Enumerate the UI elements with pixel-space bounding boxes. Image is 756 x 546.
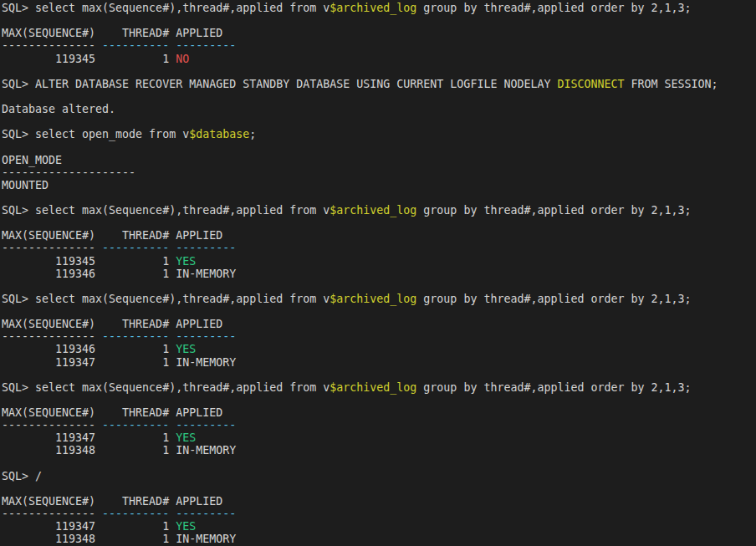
terminal-text: MAX(SEQUENCE#) THREAD# APPLIED (2, 406, 222, 419)
blank-line (2, 90, 756, 103)
blank-line (2, 280, 756, 293)
terminal-text: group by thread#,applied order by 2,1,3; (416, 204, 691, 217)
terminal-text: MAX(SEQUENCE#) THREAD# APPLIED (2, 318, 222, 330)
sql-command-line: SQL> select open_mode from v$database; (2, 128, 756, 140)
result-row: 119348 1 IN-MEMORY (2, 444, 756, 457)
terminal-text (95, 419, 102, 431)
status-line: Database altered. (2, 103, 756, 115)
result-row: 119348 1 IN-MEMORY (2, 533, 756, 545)
column-separator: -------------- ---------- --------- (2, 39, 756, 52)
blank-line (2, 217, 756, 229)
query-output-header: OPEN_MODE (2, 154, 756, 166)
applied-status: YES (176, 255, 196, 268)
terminal-text: ---------- (102, 419, 169, 431)
terminal-text (95, 242, 102, 254)
blank-line (2, 140, 756, 153)
blank-line (2, 457, 756, 470)
terminal-text: --------- (176, 419, 236, 431)
result-row: 119346 1 IN-MEMORY (2, 268, 756, 280)
applied-status: YES (176, 431, 196, 444)
highlighted-view-name: $archived_log (329, 204, 416, 217)
terminal-text: --------- (176, 508, 236, 520)
terminal-text: --------- (176, 330, 236, 343)
terminal-text: -------------- (2, 330, 95, 343)
result-row: 119345 1 NO (2, 53, 756, 65)
terminal-text: OPEN_MODE (2, 154, 62, 166)
terminal-text: SQL> select max(Sequence#),thread#,appli… (2, 381, 329, 394)
terminal-text: SQL> select max(Sequence#),thread#,appli… (2, 2, 329, 14)
column-separator: -------------- ---------- --------- (2, 419, 756, 431)
result-row: MOUNTED (2, 179, 756, 191)
terminal-text: 119347 1 IN-MEMORY (2, 356, 236, 369)
highlighted-view-name: $database (189, 128, 249, 140)
terminal-text: group by thread#,applied order by 2,1,3; (416, 2, 691, 14)
sql-command-line: SQL> select max(Sequence#),thread#,appli… (2, 204, 756, 217)
query-output-header: MAX(SEQUENCE#) THREAD# APPLIED (2, 27, 756, 39)
terminal-text (95, 39, 102, 52)
result-row: 119346 1 YES (2, 343, 756, 355)
terminal-text: MAX(SEQUENCE#) THREAD# APPLIED (2, 495, 222, 508)
column-separator: -------------- ---------- --------- (2, 508, 756, 520)
terminal-text: 119348 1 IN-MEMORY (2, 533, 236, 545)
terminal-text (169, 39, 176, 52)
column-separator: -------------- ---------- --------- (2, 330, 756, 343)
terminal-text: group by thread#,applied order by 2,1,3; (416, 293, 691, 305)
result-row: 119347 1 YES (2, 431, 756, 444)
terminal-text: MAX(SEQUENCE#) THREAD# APPLIED (2, 229, 222, 242)
query-output-header: MAX(SEQUENCE#) THREAD# APPLIED (2, 318, 756, 330)
terminal-text: SQL> select open_mode from v (2, 128, 189, 140)
terminal-text (169, 242, 176, 254)
terminal-text: -------------- (2, 419, 95, 431)
highlighted-view-name: $archived_log (329, 2, 416, 14)
terminal-text: 119346 1 IN-MEMORY (2, 268, 236, 280)
blank-line (2, 191, 756, 204)
blank-line (2, 369, 756, 381)
blank-line (2, 305, 756, 318)
terminal-text (169, 419, 176, 431)
highlighted-view-name: $archived_log (329, 293, 416, 305)
terminal-text: ---------- (102, 242, 169, 254)
sql-command-line: SQL> ALTER DATABASE RECOVER MANAGED STAN… (2, 78, 756, 90)
terminal-text: --------- (176, 242, 236, 254)
terminal-text: 119346 1 (2, 343, 176, 355)
terminal-text: 119348 1 IN-MEMORY (2, 444, 236, 457)
terminal-text (169, 330, 176, 343)
terminal[interactable]: SQL> select max(Sequence#),thread#,appli… (0, 0, 756, 546)
blank-line (2, 482, 756, 495)
blank-line (2, 115, 756, 128)
terminal-text: ---------- (102, 39, 169, 52)
terminal-text: 119345 1 (2, 255, 176, 268)
terminal-text: ---------- (102, 508, 169, 520)
column-separator: -------------- ---------- --------- (2, 242, 756, 254)
terminal-text: 119347 1 (2, 431, 176, 444)
applied-status: NO (176, 53, 189, 65)
blank-line (2, 14, 756, 27)
terminal-text: SQL> ALTER DATABASE RECOVER MANAGED STAN… (2, 78, 557, 90)
terminal-text: SQL> select max(Sequence#),thread#,appli… (2, 293, 329, 305)
sql-command-line: SQL> select max(Sequence#),thread#,appli… (2, 381, 756, 394)
terminal-text: SQL> select max(Sequence#),thread#,appli… (2, 204, 329, 217)
terminal-text: group by thread#,applied order by 2,1,3; (416, 381, 691, 394)
terminal-text (169, 508, 176, 520)
highlighted-view-name: $archived_log (329, 381, 416, 394)
terminal-text: MOUNTED (2, 179, 49, 191)
terminal-text: -------------------- (2, 166, 135, 179)
applied-status: YES (176, 343, 196, 355)
terminal-text: Database altered. (2, 103, 115, 115)
applied-status: YES (176, 520, 196, 533)
terminal-window: SQL> select max(Sequence#),thread#,appli… (0, 0, 756, 546)
result-row: 119347 1 YES (2, 520, 756, 533)
terminal-text (95, 508, 102, 520)
terminal-text: MAX(SEQUENCE#) THREAD# APPLIED (2, 27, 222, 39)
terminal-text: -------------- (2, 242, 95, 254)
query-output-header: MAX(SEQUENCE#) THREAD# APPLIED (2, 229, 756, 242)
terminal-text: FROM SESSION; (625, 78, 718, 90)
terminal-text: SQL> / (2, 470, 42, 482)
terminal-text: 119347 1 (2, 520, 176, 533)
blank-line (2, 65, 756, 78)
query-output-header: MAX(SEQUENCE#) THREAD# APPLIED (2, 406, 756, 419)
terminal-text (95, 330, 102, 343)
sql-command-line: SQL> select max(Sequence#),thread#,appli… (2, 2, 756, 14)
sql-command-line: SQL> / (2, 470, 756, 482)
column-separator: -------------------- (2, 166, 756, 179)
